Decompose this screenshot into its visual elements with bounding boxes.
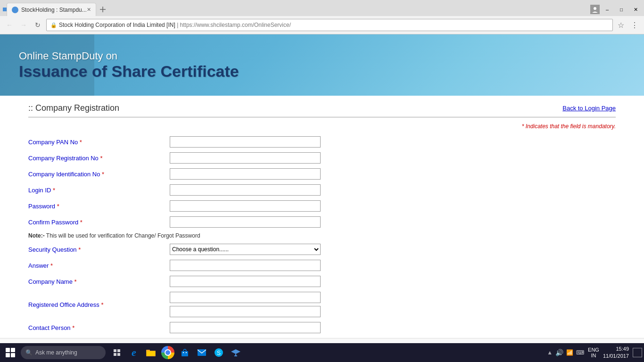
svg-rect-6 (117, 353, 120, 356)
back-button[interactable]: ← (4, 19, 15, 31)
label-pan: Company PAN No * (28, 139, 170, 146)
address-bar-row: ← → ↻ 🔒 Stock Holding Corporation of Ind… (0, 16, 644, 34)
form-row-security-question: Security Question * Choose a question...… (28, 244, 616, 255)
taskbar: 🔍 Ask me anything e (0, 343, 644, 362)
taskbar-time: 15:49 (603, 346, 629, 353)
input-contact-person[interactable] (170, 322, 321, 333)
network-icon[interactable]: 📶 (566, 349, 573, 356)
form-container: :: Company Registration Back to Login Pa… (0, 96, 644, 338)
form-row-answer: Answer * (28, 260, 616, 271)
store-taskbar-icon[interactable] (177, 345, 192, 360)
svg-rect-11 (183, 352, 184, 353)
address-secure-text: Stock Holding Corporation of India Limit… (59, 22, 291, 28)
mail-taskbar-icon[interactable] (194, 345, 209, 360)
svg-rect-5 (114, 353, 116, 356)
taskbar-language[interactable]: ENG IN (588, 347, 599, 358)
file-explorer-taskbar-icon[interactable] (143, 345, 158, 360)
close-tab-button[interactable]: ✕ (87, 7, 91, 13)
input-answer[interactable] (170, 260, 321, 271)
form-row-login: Login ID * (28, 184, 616, 196)
tab-favicon (12, 7, 18, 13)
tab-bar: StockHolding : Stampdu... ✕ – □ ✕ (0, 0, 644, 16)
input-login[interactable] (170, 184, 321, 196)
form-row-password: Password * (28, 200, 616, 212)
minimize-button[interactable]: – (601, 5, 614, 14)
svg-marker-16 (231, 349, 240, 354)
system-tray: ▲ 🔊 📶 ⌨ (547, 349, 584, 356)
form-section-title: :: Company Registration (28, 103, 119, 113)
show-hidden-icons[interactable]: ▲ (547, 349, 553, 356)
banner-text: Online StampDuty on Issuance of Share Ce… (19, 50, 239, 81)
input-cin[interactable] (170, 168, 321, 180)
task-view-button[interactable] (109, 345, 124, 360)
reload-button[interactable]: ↻ (32, 19, 43, 31)
keyboard-icon[interactable]: ⌨ (576, 349, 584, 356)
label-confirm-password: Confirm Password * (28, 219, 170, 226)
label-answer: Answer * (28, 262, 170, 269)
chrome-logo (161, 346, 174, 359)
taskbar-search-placeholder: Ask me anything (35, 349, 77, 356)
label-company-name: Company Name * (28, 278, 170, 285)
section-prefix: :: (28, 103, 33, 113)
profile-icon[interactable] (590, 5, 600, 14)
browser-chrome: StockHolding : Stampdu... ✕ – □ ✕ ← → ↻ … (0, 0, 644, 34)
back-to-login-link[interactable]: Back to Login Page (562, 105, 616, 112)
svg-rect-13 (198, 349, 206, 356)
action-center-button[interactable] (633, 348, 642, 357)
svg-text:S: S (217, 350, 221, 356)
form-row-confirm-password: Confirm Password * (28, 216, 616, 228)
chrome-menu-button[interactable]: ⋮ (629, 21, 640, 30)
label-password: Password * (28, 203, 170, 210)
svg-rect-4 (117, 349, 120, 352)
input-pan[interactable] (170, 136, 321, 148)
form-row-address: Registered Office Address * (28, 292, 616, 317)
ie-taskbar-icon[interactable]: e (126, 345, 141, 360)
address-inputs (170, 292, 321, 317)
skype-taskbar-icon[interactable]: S (211, 345, 226, 360)
main-content: Online StampDuty on Issuance of Share Ce… (0, 34, 644, 338)
form-row-contact-person: Contact Person * (28, 322, 616, 333)
bookmark-button[interactable]: ☆ (616, 21, 626, 30)
new-tab-button[interactable] (98, 5, 107, 14)
mandatory-note: * Indicates that the field is mandatory. (28, 123, 616, 130)
input-company-name[interactable] (170, 276, 321, 287)
taskbar-search-bar[interactable]: 🔍 Ask me anything (21, 346, 106, 359)
label-login: Login ID * (28, 187, 170, 194)
close-button[interactable]: ✕ (629, 5, 642, 14)
form-row-company-name: Company Name * (28, 276, 616, 287)
input-confirm-password[interactable] (170, 216, 321, 228)
svg-rect-9 (147, 351, 155, 356)
form-row-pan: Company PAN No * (28, 136, 616, 148)
label-contact-person: Contact Person * (28, 324, 170, 331)
svg-rect-10 (182, 351, 188, 356)
input-password[interactable] (170, 200, 321, 212)
forward-button[interactable]: → (18, 19, 29, 31)
form-row-reg: Company Registration No * (28, 152, 616, 164)
section-title-text: Company Registration (35, 103, 119, 113)
volume-icon[interactable]: 🔊 (555, 349, 563, 356)
input-address-line1[interactable] (170, 292, 321, 303)
svg-rect-3 (114, 349, 116, 352)
address-bar[interactable]: 🔒 Stock Holding Corporation of India Lim… (46, 19, 613, 31)
windows-logo (6, 348, 15, 357)
select-security-question[interactable]: Choose a question...... What is your mot… (170, 244, 321, 255)
taskbar-date: 11/01/2017 (603, 353, 629, 360)
banner-title-line2: Issuance of Share Certificate (19, 62, 239, 81)
tab-title: StockHolding : Stampdu... (21, 7, 87, 13)
input-address-line2[interactable] (170, 306, 321, 317)
taskbar-right: ▲ 🔊 📶 ⌨ ENG IN 15:49 11/01/2017 (547, 346, 642, 360)
browser-tab[interactable]: StockHolding : Stampdu... ✕ (7, 3, 96, 16)
maximize-button[interactable]: □ (615, 5, 628, 14)
svg-point-2 (594, 7, 596, 10)
start-button[interactable] (2, 344, 19, 361)
taskbar-icon-group: e (109, 345, 243, 360)
form-row-cin: Company Identification No * (28, 168, 616, 180)
input-reg[interactable] (170, 152, 321, 164)
label-security-question: Security Question * (28, 246, 170, 253)
learn-taskbar-icon[interactable] (228, 345, 243, 360)
ie-logo: e (132, 346, 136, 359)
lock-icon: 🔒 (50, 22, 57, 28)
chrome-taskbar-icon[interactable] (160, 345, 175, 360)
svg-rect-12 (186, 352, 187, 353)
taskbar-clock[interactable]: 15:49 11/01/2017 (603, 346, 629, 360)
